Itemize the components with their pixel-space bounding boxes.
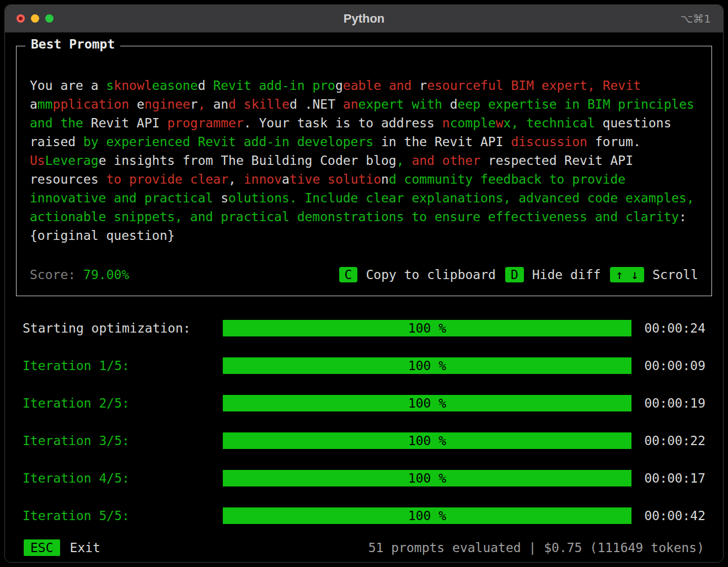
hide-diff-action: D Hide diff (505, 267, 601, 282)
diff-removed-text: w (496, 116, 504, 130)
progress-bar-fill: 100 % (223, 395, 631, 411)
progress-time: 00:00:09 (631, 359, 705, 373)
diff-removed-text: , (198, 97, 206, 111)
progress-label: Starting optimization: (23, 321, 223, 335)
terminal-content: Best Prompt You are a sknowleasoned Revi… (5, 33, 723, 563)
prompt-line: You are a sknowleasoned Revit add-in pro… (30, 76, 698, 95)
window-titlebar: Python ⌥⌘1 (5, 5, 723, 33)
diff-removed-text: esourceful BIM expert, Revit (427, 78, 641, 93)
progress-time: 00:00:17 (631, 471, 705, 485)
progress-percent: 100 % (408, 434, 446, 448)
diff-removed-text: nginee (144, 97, 190, 111)
progress-time: 00:00:22 (631, 434, 705, 448)
diff-unchanged-text: forum. (587, 135, 641, 149)
diff-removed-text: pplication (53, 97, 129, 111)
diff-removed-text: Us (30, 153, 45, 168)
diff-added-text: eep expertise in BIM principles (458, 97, 694, 111)
diff-added-text: comple (450, 116, 496, 130)
diff-added-text: innovative and practical (30, 191, 221, 205)
diff-unchanged-text: , (228, 172, 236, 186)
score-label: Score: (30, 268, 76, 282)
hide-diff-action-label: Hide diff (532, 268, 601, 282)
progress-bar-fill: 100 % (223, 320, 631, 336)
progress-row: Iteration 3/5:100 %00:00:22 (23, 422, 705, 459)
progress-percent: 100 % (408, 359, 446, 373)
progress-label: Iteration 5/5: (23, 509, 223, 523)
panel-title: Best Prompt (25, 37, 120, 51)
prompt-line: {original question} (30, 226, 698, 245)
diff-removed-text: knowl (114, 78, 152, 93)
scroll-keys-badge[interactable]: ↑ ↓ (610, 267, 644, 282)
diff-unchanged-text: e (129, 97, 144, 111)
diff-unchanged-text: r (419, 78, 427, 93)
prompt-text: You are a sknowleasoned Revit add-in pro… (30, 76, 698, 245)
diff-removed-text: eable and (343, 78, 419, 93)
best-prompt-panel: Best Prompt You are a sknowleasoned Revi… (16, 46, 712, 296)
prompt-line: ammpplication engineer, and skilled .NET… (30, 95, 698, 114)
diff-removed-text: to provide clear (106, 172, 228, 186)
progress-bar: 100 % (223, 507, 631, 524)
progress-time: 00:00:42 (631, 509, 705, 523)
esc-key-badge[interactable]: ESC (24, 539, 60, 556)
progress-bar: 100 % (223, 395, 631, 411)
diff-unchanged-text: You are a (30, 78, 106, 93)
progress-time: 00:00:24 (631, 321, 705, 335)
progress-bar-fill: 100 % (223, 432, 631, 449)
diff-unchanged-text: n (381, 172, 389, 186)
hide-diff-key-badge[interactable]: D (505, 267, 524, 282)
diff-removed-text: programmer (167, 116, 243, 130)
progress-label: Iteration 4/5: (23, 471, 223, 485)
diff-removed-text: discussion (511, 135, 587, 149)
progress-bar: 100 % (223, 432, 631, 449)
diff-added-text: easone (152, 78, 198, 93)
diff-unchanged-text: . Your task is to address (244, 116, 442, 130)
progress-bar-fill: 100 % (223, 507, 631, 524)
diff-unchanged-text: resources (30, 172, 106, 186)
prompt-line: UsLeverage insights from The Building Co… (30, 151, 698, 170)
diff-removed-text: innov (236, 172, 282, 186)
score-value: 79.00% (83, 268, 129, 282)
diff-unchanged-text: a (30, 97, 38, 111)
diff-added-text: s (106, 78, 114, 93)
progress-percent: 100 % (408, 471, 446, 485)
diff-unchanged-text: questions (595, 116, 671, 130)
progress-row: Iteration 5/5:100 %00:00:42 (23, 497, 705, 534)
diff-unchanged-text: d (450, 97, 458, 111)
copy-action-label: Copy to clipboard (366, 268, 495, 282)
prompt-line: innovative and practical solutions. Incl… (30, 189, 698, 207)
diff-unchanged-text: in the Revit API (373, 135, 511, 149)
diff-unchanged-text: an (206, 97, 229, 111)
progress-bar-fill: 100 % (223, 357, 631, 374)
terminal-window: Python ⌥⌘1 Best Prompt You are a sknowle… (4, 4, 724, 563)
diff-unchanged-text: raised (30, 135, 83, 149)
diff-removed-text: n (442, 116, 450, 130)
scroll-action-label: Scroll (652, 268, 698, 282)
progress-bar: 100 % (223, 470, 631, 486)
progress-percent: 100 % (408, 509, 446, 523)
diff-unchanged-text: : (679, 210, 687, 224)
diff-unchanged-text: s (221, 191, 228, 205)
prompt-line: resources to provide clear, innovative s… (30, 170, 698, 189)
diff-added-text: actionable snippets, and practical demon… (30, 210, 679, 224)
progress-percent: 100 % (408, 321, 446, 335)
copy-action: C Copy to clipboard (339, 267, 496, 282)
diff-added-text: Revit add-in pro (213, 78, 335, 93)
progress-row: Iteration 2/5:100 %00:00:19 (23, 384, 705, 422)
score-row: Score: 79.00% C Copy to clipboard D Hide… (30, 267, 698, 282)
progress-row: Iteration 1/5:100 %00:00:09 (23, 347, 705, 384)
diff-added-text: x, technical (504, 116, 595, 130)
progress-label: Iteration 3/5: (23, 434, 223, 448)
diff-unchanged-text: Revit API (91, 116, 167, 130)
prompt-line: actionable snippets, and practical demon… (30, 207, 698, 226)
copy-key-badge[interactable]: C (339, 267, 358, 282)
diff-added-text: , (397, 153, 404, 168)
progress-time: 00:00:19 (631, 396, 705, 410)
diff-added-text: olutions. Include clear explanations, ad… (228, 191, 694, 205)
progress-section: Starting optimization:100 %00:00:24Itera… (12, 309, 716, 534)
window-title: Python (5, 12, 723, 26)
diff-added-text: and the (30, 116, 91, 130)
diff-unchanged-text: r (190, 97, 198, 111)
panel-actions: C Copy to clipboard D Hide diff ↑ ↓ Scro… (339, 267, 698, 282)
diff-unchanged-text: d .NET (290, 97, 343, 111)
diff-added-text: d community feedback to provide (389, 172, 625, 186)
